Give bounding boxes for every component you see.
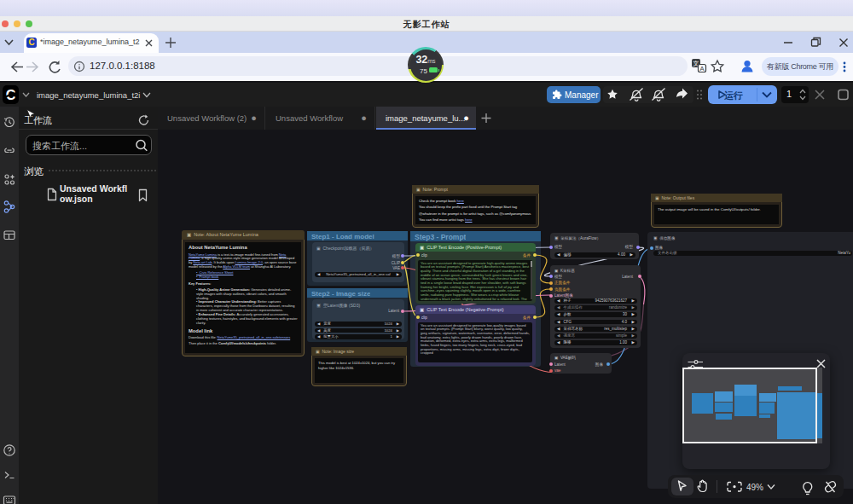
svg-text:49%: 49% <box>746 483 763 492</box>
svg-text:A: A <box>699 65 704 72</box>
